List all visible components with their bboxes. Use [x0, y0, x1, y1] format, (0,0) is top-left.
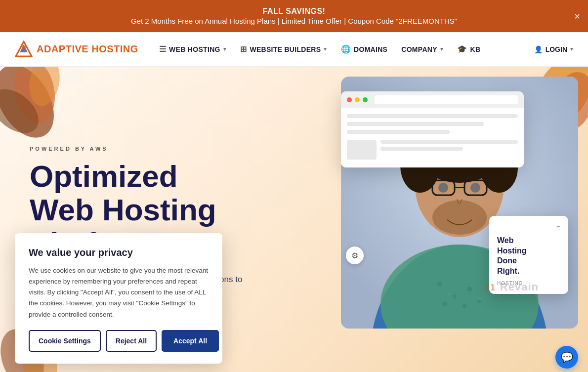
cookie-reject-button[interactable]: Reject All: [106, 330, 157, 352]
nav-right: 👤 LOGIN ▾: [534, 45, 573, 53]
browser-content-line: [347, 122, 484, 126]
login-icon: 👤: [534, 45, 543, 53]
nav-website-builders[interactable]: ⊞ WEBSITE BUILDERS ▾: [234, 41, 333, 58]
svg-point-31: [477, 299, 481, 303]
website-builders-icon: ⊞: [240, 44, 247, 54]
nav-website-builders-label: WEBSITE BUILDERS: [250, 45, 321, 53]
nav-company-label: COMPANY: [401, 45, 437, 53]
web-hosting-icon: ☰: [159, 44, 166, 54]
cookie-settings-button[interactable]: Cookie Settings: [29, 330, 101, 352]
svg-point-28: [437, 282, 442, 287]
chat-icon: 💬: [561, 351, 573, 363]
hero-section: POWERED BY AWS OptimizedWeb HostingPlatf…: [0, 67, 588, 372]
small-card-menu-icon: ≡: [497, 224, 560, 232]
logo-main: ADAPTIVE: [37, 43, 88, 54]
nav-login[interactable]: 👤 LOGIN ▾: [534, 45, 573, 53]
browser-content-line: [380, 147, 463, 151]
web-hosting-chevron: ▾: [223, 46, 226, 52]
svg-point-24: [438, 183, 448, 193]
browser-topbar: [341, 91, 524, 108]
cookie-body-text: We use cookies on our website to give yo…: [29, 265, 209, 320]
browser-content-line: [347, 130, 450, 134]
banner-close-button[interactable]: ×: [574, 11, 580, 21]
logo[interactable]: ADAPTIVE HOSTING: [15, 41, 138, 58]
cookie-consent-popup: We value your privacy We use cookies on …: [15, 233, 222, 364]
svg-point-25: [470, 183, 480, 193]
kb-icon: 🎓: [457, 44, 467, 54]
domains-icon: 🌐: [341, 44, 351, 54]
logo-text: ADAPTIVE HOSTING: [37, 43, 138, 55]
small-card-title: WebHostingDoneRight.: [497, 236, 560, 277]
login-label: LOGIN: [546, 45, 567, 53]
hero-image-area: ⚙ ≡ WebHostingDoneRight. HOSTING 01 Reva…: [341, 77, 578, 324]
logo-icon: [15, 41, 33, 58]
website-builders-chevron: ▾: [324, 46, 327, 52]
svg-point-26: [432, 200, 487, 235]
gear-overlay-button[interactable]: ⚙: [346, 247, 364, 264]
browser-mockup: [341, 91, 524, 167]
svg-rect-2: [22, 45, 26, 49]
company-chevron: ▾: [440, 46, 443, 52]
navbar: ADAPTIVE HOSTING ☰ WEB HOSTING ▾ ⊞ WEBSI…: [0, 32, 588, 67]
nav-domains[interactable]: 🌐 DOMAINS: [335, 41, 394, 58]
nav-kb[interactable]: 🎓 KB: [451, 41, 486, 58]
browser-content-line: [347, 114, 518, 118]
nav-company[interactable]: COMPANY ▾: [395, 41, 449, 57]
powered-by-text: POWERED BY AWS: [30, 146, 247, 152]
svg-point-32: [442, 301, 447, 306]
browser-img-placeholder: [347, 140, 377, 160]
svg-point-29: [453, 294, 457, 298]
svg-point-33: [462, 304, 466, 308]
nav-web-hosting-label: WEB HOSTING: [169, 45, 220, 53]
browser-dot-yellow: [355, 97, 360, 102]
revain-watermark: 01 Revain: [485, 278, 539, 294]
revain-rating: 01: [485, 283, 496, 292]
banner-subtext: Get 2 Months Free on Annual Hosting Plan…: [131, 17, 457, 25]
menu-dots-icon: ≡: [556, 224, 560, 232]
revain-brand: Revain: [500, 281, 539, 293]
cookie-accept-button[interactable]: Accept All: [162, 330, 219, 352]
cookie-buttons: Cookie Settings Reject All Accept All: [29, 330, 209, 352]
nav-web-hosting[interactable]: ☰ WEB HOSTING ▾: [153, 41, 232, 58]
top-banner: FALL SAVINGS! Get 2 Months Free on Annua…: [0, 0, 588, 32]
browser-content-line: [380, 140, 518, 144]
chat-bubble-button[interactable]: 💬: [555, 346, 578, 369]
browser-dot-red: [347, 97, 352, 102]
cookie-title: We value your privacy: [29, 247, 209, 258]
browser-dot-green: [363, 97, 368, 102]
banner-headline: FALL SAVINGS!: [10, 7, 578, 16]
browser-content: [341, 108, 524, 167]
login-chevron: ▾: [570, 46, 573, 52]
nav-domains-label: DOMAINS: [354, 45, 387, 53]
svg-point-30: [467, 287, 472, 291]
browser-url-bar: [375, 95, 518, 104]
nav-items: ☰ WEB HOSTING ▾ ⊞ WEBSITE BUILDERS ▾ 🌐 D…: [153, 41, 534, 58]
logo-accent: HOSTING: [88, 43, 138, 54]
nav-kb-label: KB: [470, 45, 481, 53]
